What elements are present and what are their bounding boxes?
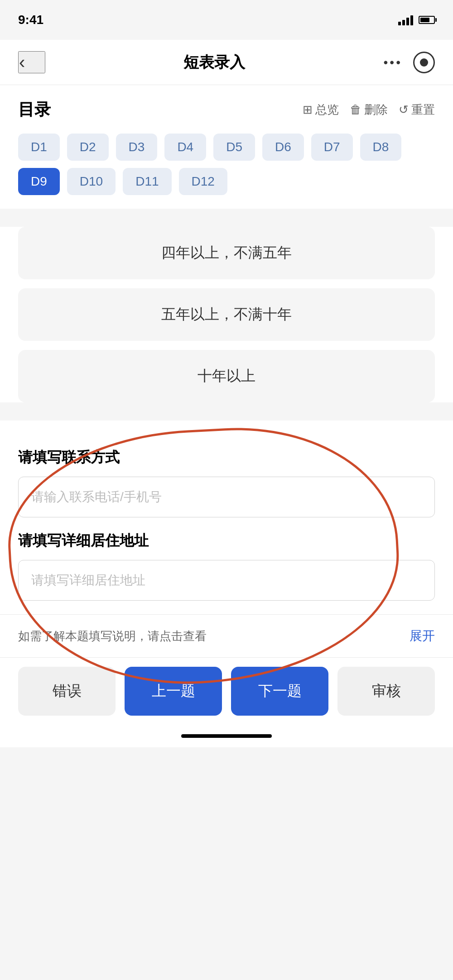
dir-tab-d12[interactable]: D12 bbox=[179, 168, 227, 195]
address-input[interactable] bbox=[18, 560, 435, 601]
reset-button[interactable]: ↺ 重置 bbox=[399, 102, 435, 118]
bottom-action-bar: 错误 上一题 下一题 审核 bbox=[0, 657, 453, 725]
dir-tab-d3[interactable]: D3 bbox=[116, 134, 158, 161]
delete-label: 删除 bbox=[364, 102, 388, 118]
home-indicator bbox=[0, 725, 453, 747]
record-button[interactable] bbox=[413, 52, 435, 73]
option-item-0[interactable]: 四年以上，不满五年 bbox=[18, 227, 435, 279]
contact-label: 请填写联系方式 bbox=[18, 448, 435, 468]
reset-label: 重置 bbox=[411, 102, 435, 118]
next-button[interactable]: 下一题 bbox=[231, 667, 328, 716]
contact-input[interactable] bbox=[18, 477, 435, 517]
dir-tab-d5[interactable]: D5 bbox=[213, 134, 255, 161]
dir-tab-d7[interactable]: D7 bbox=[311, 134, 353, 161]
delete-button[interactable]: 🗑 删除 bbox=[350, 102, 388, 118]
dir-tab-d4[interactable]: D4 bbox=[164, 134, 206, 161]
nav-bar: ‹ 短表录入 ••• bbox=[0, 40, 453, 85]
status-bar: 9:41 bbox=[0, 0, 453, 40]
battery-icon bbox=[419, 16, 435, 24]
back-button[interactable]: ‹ bbox=[18, 51, 45, 73]
home-bar bbox=[181, 734, 272, 738]
signal-icon bbox=[398, 14, 413, 25]
overview-button[interactable]: ⊞ 总览 bbox=[303, 102, 339, 118]
dir-tab-d6[interactable]: D6 bbox=[262, 134, 304, 161]
reset-icon: ↺ bbox=[399, 103, 409, 117]
address-label: 请填写详细居住地址 bbox=[18, 531, 435, 551]
option-item-1[interactable]: 五年以上，不满十年 bbox=[18, 288, 435, 341]
dir-tab-d8[interactable]: D8 bbox=[360, 134, 402, 161]
page-title: 短表录入 bbox=[183, 52, 245, 73]
overview-icon: ⊞ bbox=[303, 103, 313, 117]
info-text: 如需了解本题填写说明，请点击查看 bbox=[18, 628, 207, 644]
directory-title: 目录 bbox=[18, 99, 51, 121]
directory-section: 目录 ⊞ 总览 🗑 删除 ↺ 重置 D1D2D3D4D5D6D7D8D9D10D… bbox=[0, 85, 453, 209]
review-button[interactable]: 审核 bbox=[337, 667, 435, 716]
form-section: 请填写联系方式 请填写详细居住地址 bbox=[0, 421, 453, 614]
dir-tab-d11[interactable]: D11 bbox=[123, 168, 171, 195]
nav-actions: ••• bbox=[384, 52, 435, 73]
section-gap-1 bbox=[0, 411, 453, 421]
spacer bbox=[0, 218, 453, 227]
status-time: 9:41 bbox=[18, 13, 43, 27]
error-button[interactable]: 错误 bbox=[18, 667, 116, 716]
dir-tab-d1[interactable]: D1 bbox=[18, 134, 60, 161]
more-options-button[interactable]: ••• bbox=[384, 55, 402, 70]
directory-header: 目录 ⊞ 总览 🗑 删除 ↺ 重置 bbox=[18, 99, 435, 121]
directory-actions: ⊞ 总览 🗑 删除 ↺ 重置 bbox=[303, 102, 435, 118]
delete-icon: 🗑 bbox=[350, 103, 361, 117]
dir-tab-d10[interactable]: D10 bbox=[67, 168, 116, 195]
status-icons bbox=[398, 14, 435, 25]
option-item-2[interactable]: 十年以上 bbox=[18, 350, 435, 402]
expand-button[interactable]: 展开 bbox=[410, 627, 435, 645]
options-list: 四年以上，不满五年五年以上，不满十年十年以上 bbox=[0, 227, 453, 402]
directory-tabs: D1D2D3D4D5D6D7D8D9D10D11D12 bbox=[18, 134, 435, 195]
prev-button[interactable]: 上一题 bbox=[125, 667, 222, 716]
battery-fill bbox=[420, 18, 429, 22]
record-icon bbox=[420, 58, 428, 67]
dir-tab-d9[interactable]: D9 bbox=[18, 168, 60, 195]
info-bar: 如需了解本题填写说明，请点击查看 展开 bbox=[0, 614, 453, 657]
dir-tab-d2[interactable]: D2 bbox=[67, 134, 109, 161]
overview-label: 总览 bbox=[315, 102, 339, 118]
